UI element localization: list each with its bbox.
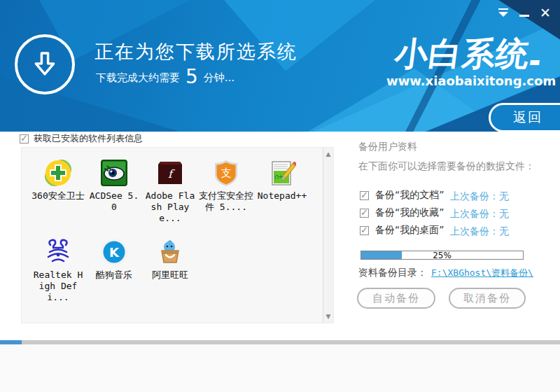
minimize-icon [519, 15, 529, 17]
eta-prefix: 下载完成大约需要 [96, 71, 180, 87]
backup-documents-checkbox[interactable]: 备份“我的文档” [360, 189, 444, 202]
checkbox-icon [360, 226, 369, 235]
page-title: 正在为您下载所选系统 [94, 39, 298, 64]
app-label: Realtek High Defi... [31, 270, 85, 303]
brand-website: www.xiaobaixitong.com [386, 74, 547, 88]
backup-favorites-checkbox[interactable]: 备份“我的收藏” [360, 206, 444, 219]
window-controls: ✕ [490, 6, 553, 20]
backup-favorites-label: 备份“我的收藏” [375, 206, 444, 219]
acdsee-eye-icon [100, 159, 128, 187]
realtek-crab-icon [44, 238, 72, 266]
app-label: 酷狗音乐 [87, 270, 141, 281]
backup-desktop-label: 备份“我的桌面” [375, 224, 444, 237]
backup-directory-link[interactable]: F:\XBGhost\资料备份\ [431, 267, 533, 279]
eta-suffix: 分钟... [204, 71, 234, 87]
chevron-down-icon [498, 8, 508, 17]
backup-documents-label: 备份“我的文档” [375, 189, 444, 202]
download-arrow-icon [29, 48, 61, 80]
backup-directory-label: 资料备份目录： [358, 267, 427, 279]
backup-progress-bar: 25% [360, 251, 524, 260]
installed-software-panel: 360安全卫士 ACDSee 5.0 f [21, 147, 334, 323]
app-item-notepad-plus-plus[interactable]: ∩++ Notepad++ [254, 159, 310, 224]
app-label: 支付宝安全控件 5.... [199, 190, 253, 213]
last-backup-documents[interactable]: 上次备份：无 [450, 190, 509, 203]
get-software-list-label: 获取已安装的软件列表信息 [34, 132, 143, 145]
auto-backup-button[interactable]: 自动备份 [357, 288, 435, 309]
download-badge [15, 34, 75, 94]
app-item-adobe-flash[interactable]: f Adobe Flash Playe... [142, 159, 198, 224]
kugou-music-icon: K [100, 238, 128, 266]
backup-directory-row: 资料备份目录： F:\XBGhost\资料备份\ [358, 267, 533, 279]
cancel-backup-button[interactable]: 取消备份 [449, 288, 526, 309]
get-software-list-checkbox[interactable]: 获取已安装的软件列表信息 [20, 132, 143, 145]
aliwangwang-icon [156, 238, 184, 266]
eta-text: 下载完成大约需要 5 分钟... [96, 67, 234, 87]
software-list-scrollbar[interactable]: ▲ ▼ [323, 148, 333, 323]
close-icon: ✕ [540, 6, 551, 20]
alipay-shield-icon: 支 [212, 159, 240, 187]
software-grid: 360安全卫士 ACDSee 5.0 f [30, 159, 310, 303]
svg-text:K: K [109, 245, 120, 260]
svg-text:支: 支 [221, 167, 232, 179]
last-backup-favorites[interactable]: 上次备份：无 [450, 208, 509, 220]
scroll-down-icon[interactable]: ▼ [323, 313, 333, 320]
app-item-360-security[interactable]: 360安全卫士 [30, 159, 86, 224]
checkbox-icon [360, 191, 369, 200]
checkbox-icon [360, 209, 369, 218]
app-label: Notepad++ [255, 190, 309, 202]
app-window: ✕ 正在为您下载所选系统 下载完成大约需要 5 分钟... 小白系统 www.x… [0, 0, 560, 392]
back-button[interactable]: 返回 [489, 103, 560, 132]
skin-menu-button[interactable] [496, 6, 511, 20]
last-backup-desktop[interactable]: 上次备份：无 [450, 225, 509, 238]
logo-cursor-block [530, 60, 540, 65]
status-bar: 下载状态： 正在下载 保存路径： F:\XBGhost\xiaobai_win7… [0, 344, 560, 392]
360-security-icon [44, 159, 72, 187]
app-item-acdsee[interactable]: ACDSee 5.0 [86, 159, 142, 224]
notepad-plus-plus-icon: ∩++ [268, 159, 296, 187]
eta-minutes: 5 [180, 67, 204, 87]
app-label: 360安全卫士 [31, 190, 85, 202]
backup-panel-subtitle: 在下面你可以选择需要备份的数据文件： [358, 160, 535, 173]
brand-logo: 小白系统 [388, 32, 547, 76]
app-item-alipay-control[interactable]: 支 支付宝安全控件 5.... [198, 159, 254, 224]
header-banner: ✕ 正在为您下载所选系统 下载完成大约需要 5 分钟... 小白系统 www.x… [0, 0, 560, 132]
app-item-kugou-music[interactable]: K 酷狗音乐 [86, 238, 142, 303]
backup-desktop-checkbox[interactable]: 备份“我的桌面” [360, 224, 444, 237]
app-item-realtek-hd[interactable]: Realtek High Defi... [30, 238, 86, 303]
app-item-aliwangwang[interactable]: 阿里旺旺 [142, 238, 198, 303]
close-button[interactable]: ✕ [538, 6, 553, 20]
app-label: ACDSee 5.0 [87, 190, 141, 213]
minimize-button[interactable] [517, 6, 532, 20]
app-label: 阿里旺旺 [143, 270, 197, 281]
flash-player-icon: f [156, 159, 184, 187]
backup-progress-label: 25% [361, 251, 523, 259]
app-label: Adobe Flash Playe... [143, 190, 197, 224]
scroll-up-icon[interactable]: ▲ [323, 150, 333, 158]
backup-panel-title: 备份用户资料 [358, 141, 417, 153]
checkbox-icon [20, 134, 29, 144]
